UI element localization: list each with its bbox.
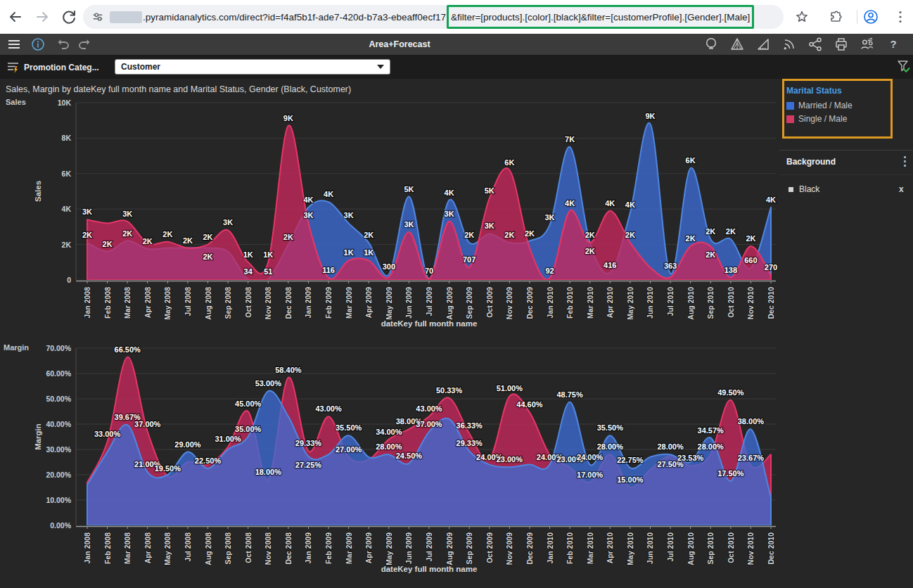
data-label: 2K [183,236,193,245]
data-label: 17.50% [717,469,744,478]
star-icon[interactable] [793,8,810,25]
data-label: 3K [445,210,454,218]
data-label: 363 [664,262,677,270]
data-label: 416 [604,261,616,269]
undo-icon[interactable] [55,36,72,53]
data-label: 19.50% [155,464,181,473]
x-tick-label: Apr 2009 [364,287,373,319]
data-label: 1K [344,248,354,257]
chevron-down-icon [377,65,384,69]
x-tick-label: Nov 2009 [505,532,513,565]
data-label: 4K [303,196,313,204]
x-tick-label: Nov 2009 [505,287,513,319]
x-tick-label: Jul 2008 [184,532,192,562]
extensions-icon[interactable] [827,8,844,25]
data-label: 2K [746,234,755,243]
data-label: 2K [364,231,374,239]
x-tick-label: Oct 2010 [727,532,735,563]
dropdown-value: Customer [115,62,377,72]
x-tick-label: Feb 2009 [324,287,333,319]
data-label: 27.00% [336,445,362,454]
legend-item-single[interactable]: Single / Male [786,114,853,124]
data-label: 15.00% [617,475,644,484]
customer-dropdown[interactable]: Customer [115,59,390,75]
svg-text:40.00%: 40.00% [46,420,71,428]
x-tick-label: May 2009 [385,287,393,320]
collaborate-icon[interactable] [859,36,876,53]
refresh-icon[interactable] [60,8,77,25]
help-icon[interactable]: ? [885,36,902,53]
chart-header: Sales, Margin by dateKey full month name… [6,84,351,94]
x-tick-label: Dec 2008 [284,532,293,565]
data-label: 2K [585,247,595,255]
data-label: 34 [244,267,253,276]
data-label: 53.00% [255,379,282,388]
x-tick-label: Dec 2009 [525,532,534,565]
divider [779,150,913,151]
x-tick-label: Jun 2009 [404,532,413,564]
svg-text:20.00%: 20.00% [46,471,71,479]
black-swatch-icon [788,187,793,192]
data-label: 660 [744,256,757,264]
tune-icon[interactable] [91,11,104,23]
x-axis-title: dateKey full month name [381,319,478,328]
data-label: 2K [203,233,212,241]
data-label: 6K [686,156,696,165]
data-label: 2K [283,233,293,241]
data-label: 28.00% [698,442,724,451]
back-icon[interactable] [7,8,24,25]
data-label: 24.00% [577,453,604,461]
data-label: 24.50% [396,452,423,460]
broadcast-icon[interactable] [781,36,798,53]
share-icon[interactable] [807,36,824,53]
data-label: 92 [545,267,554,275]
slicer-icon[interactable] [6,60,21,75]
filter-applied-icon[interactable] [896,59,912,75]
x-tick-label: Dec 2010 [767,532,775,565]
redacted-subdomain [110,11,142,23]
x-tick-label: Aug 2010 [687,287,695,320]
x-tick-label: Jul 2009 [425,287,433,317]
x-tick-label: Jan 2009 [304,287,312,319]
data-label: 22.75% [617,456,644,464]
hamburger-icon[interactable] [6,36,23,53]
profile-icon[interactable] [862,8,879,25]
x-tick-label: Jan 2008 [83,287,91,319]
x-tick-label: Mar 2010 [586,532,594,564]
pyramid-icon[interactable] [729,36,746,53]
slicer-label[interactable]: Promotion Categ... [24,63,99,72]
data-label: 3K [82,207,92,216]
data-label: 270 [765,263,777,271]
data-label: 3K [485,222,494,230]
menu-icon[interactable] [892,8,909,25]
url-bar[interactable]: .pyramidanalytics.com/direct?id=f4af5b1f… [83,5,784,29]
data-label: 35.50% [336,423,362,432]
data-label: 2K [686,234,696,243]
x-tick-label: Sep 2009 [465,532,473,565]
forward-icon[interactable] [34,8,51,25]
redo-icon[interactable] [76,36,93,53]
data-label: 31.00% [215,435,241,443]
kebab-menu-icon[interactable] [904,156,906,169]
svg-text:50.00%: 50.00% [46,395,71,403]
print-icon[interactable] [833,36,850,53]
info-icon[interactable] [30,36,46,53]
legend-item-label: Married / Male [798,101,853,110]
sales-chart: 02K4K6K8K10KJan 2008Feb 2008Mar 2008Apr … [6,98,777,328]
panel-label: Margin [4,343,29,352]
svg-text:6K: 6K [62,170,72,178]
y-axis-title: Sales [34,181,42,202]
data-label: 35.50% [597,423,624,432]
x-tick-label: Mar 2010 [586,287,594,319]
data-label: 1K [364,248,374,257]
x-tick-label: Nov 2010 [746,287,755,319]
data-label: 9K [283,114,293,122]
ruler-icon[interactable] [755,36,772,53]
legend-item-married[interactable]: Married / Male [786,101,853,110]
x-tick-label: Jul 2009 [425,532,433,562]
background-item-label[interactable]: Black [799,184,819,194]
browser-bar: .pyramidanalytics.com/direct?id=f4af5b1f… [0,0,913,34]
present-icon[interactable] [703,36,720,53]
remove-filter-button[interactable]: x [899,184,904,194]
legend-item-label: Single / Male [798,114,847,124]
